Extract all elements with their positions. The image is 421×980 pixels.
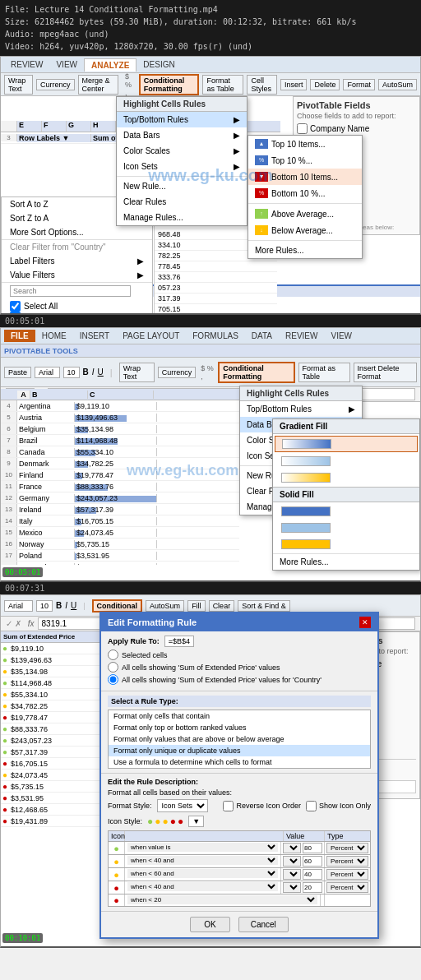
submenu-item-below-avg[interactable]: ↓ Below Average... [248, 222, 362, 238]
format-btn[interactable]: Format [343, 79, 375, 90]
more-sort[interactable]: More Sort Options... [2, 225, 152, 239]
submenu-item-bottom10pct[interactable]: % Bottom 10 %... [248, 185, 362, 201]
ribbon-tab-design[interactable]: DESIGN [136, 58, 181, 71]
icon-dropdown-btn[interactable]: ▼ [188, 816, 204, 827]
submenu-item-above-avg[interactable]: ↑ Above Average... [248, 206, 362, 222]
italic-btn[interactable]: I [92, 368, 95, 377]
val-input-2[interactable] [303, 856, 322, 867]
bot-bold-btn[interactable]: B [56, 601, 62, 610]
val-input-3[interactable] [303, 869, 322, 880]
bot-underline-btn[interactable]: U [71, 601, 76, 610]
menu-item-top-bottom[interactable]: Top/Bottom Rules ▶ [117, 112, 247, 127]
reverse-order-check[interactable]: Reverse Icon Order [223, 801, 301, 811]
conditional-formatting-btn[interactable]: Conditional Formatting [139, 74, 200, 95]
dialog-close-btn[interactable]: ✕ [359, 617, 371, 628]
bot-autosum[interactable]: AutoSum [146, 600, 184, 612]
radio-selected-cells[interactable]: Selected cells [108, 649, 371, 660]
tab-formulas[interactable]: FORMULAS [186, 330, 245, 342]
check-select-all[interactable]: Select All [10, 301, 144, 312]
cond-select-1[interactable]: when value is [127, 843, 278, 852]
solid-item-1[interactable] [275, 504, 418, 519]
type-select-3[interactable]: Percent [326, 869, 368, 880]
tab-home[interactable]: HOME [35, 330, 73, 342]
ribbon-tab-view[interactable]: VIEW [49, 58, 84, 71]
format-table-mid[interactable]: Format as Table [298, 363, 350, 382]
gradient-item-1[interactable] [275, 436, 418, 452]
cond-select-4[interactable]: when < 40 and [127, 882, 278, 891]
tab-view-mid[interactable]: VIEW [324, 330, 359, 342]
bot-sort[interactable]: Sort & Find & [238, 600, 290, 612]
bot-font-name[interactable]: Arial [4, 600, 33, 612]
rule-opt-4[interactable]: Use a formula to determine which cells t… [109, 756, 370, 768]
op-select-4[interactable]: >= [283, 882, 301, 893]
wrap-text-btn[interactable]: Wrap Text [4, 75, 33, 95]
radio-country-values[interactable]: All cells showing 'Sum of Extended Price… [108, 674, 371, 685]
search-input[interactable] [2, 283, 152, 299]
insert-btn[interactable]: Insert [280, 79, 308, 90]
rule-opt-3[interactable]: Format only unique or duplicate values [109, 745, 370, 756]
dialog-cancel-btn[interactable]: Cancel [238, 917, 289, 932]
submenu-item-top10[interactable]: ▲ Top 10 Items... [248, 136, 362, 152]
wrap-text-mid[interactable]: Wrap Text [119, 363, 155, 382]
tab-data[interactable]: DATA [245, 330, 279, 342]
gradient-item-2[interactable] [275, 454, 418, 469]
tab-insert[interactable]: INSERT [73, 330, 117, 342]
check-argentina[interactable]: Argentina [10, 312, 144, 315]
submenu-item-top10pct[interactable]: % Top 10 %... [248, 152, 362, 169]
op-select-2[interactable]: >= [283, 856, 301, 867]
gradient-item-3[interactable] [275, 470, 418, 485]
label-filters[interactable]: Label Filters▶ [2, 254, 152, 268]
bold-btn[interactable]: B [83, 368, 89, 377]
solid-item-2[interactable] [275, 520, 418, 535]
insert-btn-mid[interactable]: Insert Delete Format [354, 363, 417, 382]
cond-select-5[interactable]: when < 20 [127, 895, 317, 904]
value-filters[interactable]: Value Filters▶ [2, 268, 152, 282]
rule-opt-2[interactable]: Format only values that are above or bel… [109, 733, 370, 745]
cond-fmt-btn-mid[interactable]: Conditional Formatting [218, 362, 294, 383]
solid-item-3[interactable] [275, 537, 418, 552]
bot-cond-fmt[interactable]: Conditional [92, 599, 143, 612]
menu-item-databars[interactable]: Data Bars ▶ [117, 127, 247, 143]
format-style-select[interactable]: Icon Sets [157, 799, 208, 812]
menu-item-iconsets[interactable]: Icon Sets ▶ [117, 159, 247, 174]
autosum-btn[interactable]: AutoSum [378, 79, 417, 90]
format-dropdown[interactable]: Currency [36, 79, 75, 90]
op-select-3[interactable]: >= [283, 869, 301, 880]
underline-btn[interactable]: U [98, 368, 104, 377]
bot-italic-btn[interactable]: I [65, 601, 67, 610]
pivot-field-0[interactable]: Company Name [297, 123, 416, 134]
format-dropdown-mid[interactable]: Currency [158, 367, 197, 378]
bot-fill[interactable]: Fill [187, 600, 206, 612]
ribbon-tab-analyze[interactable]: ANALYZE [84, 58, 136, 72]
radio-all-values[interactable]: All cells showing 'Sum of Extended Price… [108, 662, 371, 673]
paste-btn-mid[interactable]: Paste [4, 367, 31, 378]
delete-btn[interactable]: Delete [310, 79, 340, 90]
bot-clear[interactable]: Clear [209, 600, 235, 612]
val-input-1[interactable] [303, 843, 322, 853]
show-icon-only-check[interactable]: Show Icon Only [306, 801, 371, 811]
bot-font-size[interactable]: 10 [36, 600, 53, 612]
tab-review-mid[interactable]: REVIEW [279, 330, 324, 342]
merge-center-btn[interactable]: Merge & Center [78, 75, 119, 95]
cell-styles-btn[interactable]: Cell Styles [247, 75, 276, 95]
more-rules-btn[interactable]: More Rules... [273, 554, 419, 570]
type-select-4[interactable]: Percent [326, 882, 368, 893]
cond-select-3[interactable]: when < 60 and [127, 869, 278, 878]
rule-opt-0[interactable]: Format only cells that contain [109, 710, 370, 722]
op-select-1[interactable]: >= [283, 843, 301, 853]
ribbon-tab-review[interactable]: REVIEW [4, 58, 49, 71]
type-select-1[interactable]: Percent [326, 843, 368, 853]
font-size[interactable]: 10 [63, 367, 80, 378]
menu-item-manage-rules[interactable]: Manage Rules... [117, 210, 247, 225]
val-input-4[interactable] [303, 882, 322, 893]
format-as-table-btn[interactable]: Format as Table [202, 75, 243, 95]
menu-item-new-rule[interactable]: New Rule... [117, 178, 247, 194]
font-name[interactable]: Arial [35, 367, 60, 378]
dialog-ok-btn[interactable]: OK [190, 917, 229, 932]
menu-item-colorscales[interactable]: Color Scales ▶ [117, 143, 247, 159]
submenu-item-bottom10[interactable]: ▼ Bottom 10 Items... [248, 169, 362, 185]
tab-file[interactable]: FILE [4, 330, 35, 342]
clear-filter[interactable]: Clear Filter from "Country" [2, 240, 152, 254]
menu-item-clear-rules[interactable]: Clear Rules [117, 194, 247, 210]
submenu-item-more-rules[interactable]: More Rules... [248, 243, 362, 258]
